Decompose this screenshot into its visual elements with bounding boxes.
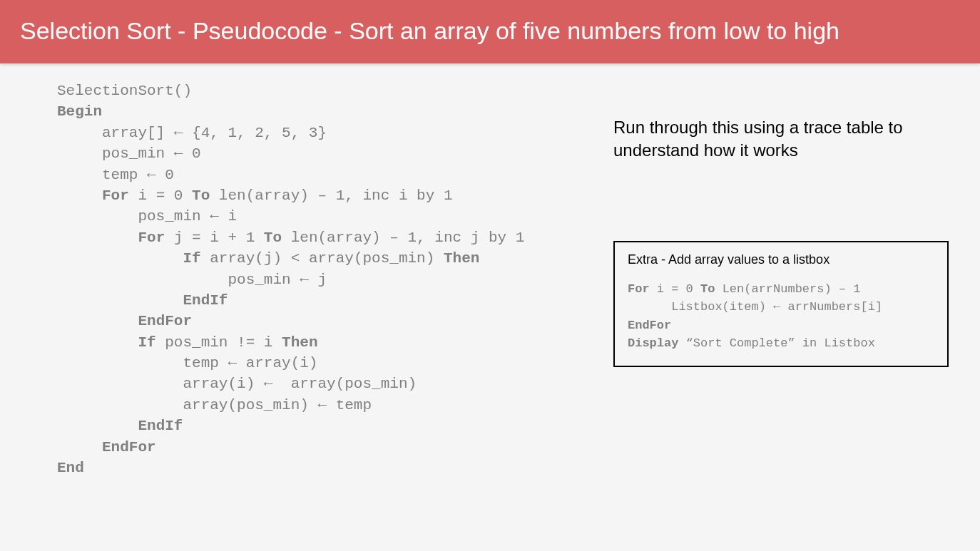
code-text: len(array) – 1, inc i by 1 xyxy=(210,187,452,204)
code-line: temp ← 0 xyxy=(57,167,174,183)
right-column: Run through this using a trace table to … xyxy=(613,81,956,478)
code-keyword: To xyxy=(264,230,282,246)
code-keyword: For xyxy=(628,282,650,296)
code-text: pos_min != i xyxy=(156,334,282,351)
code-keyword: Then xyxy=(444,250,479,267)
code-line: pos_min ← 0 xyxy=(57,145,201,162)
code-indent xyxy=(57,292,183,309)
code-indent xyxy=(57,250,183,267)
code-keyword: EndIf xyxy=(138,418,183,434)
code-text: i = 0 xyxy=(650,282,700,296)
code-line: array(pos_min) ← temp xyxy=(57,397,372,413)
code-keyword: To xyxy=(700,282,715,296)
pseudocode-block: SelectionSort() Begin array[] ← {4, 1, 2… xyxy=(57,81,613,478)
code-text: j = i + 1 xyxy=(165,230,264,246)
code-line: SelectionSort() xyxy=(57,83,192,99)
code-keyword: Begin xyxy=(57,103,102,120)
code-keyword: EndFor xyxy=(102,439,156,455)
code-line: pos_min ← j xyxy=(57,272,327,288)
code-indent xyxy=(57,230,138,246)
code-keyword: EndFor xyxy=(628,319,671,332)
code-line: array[] ← {4, 1, 2, 5, 3} xyxy=(57,125,327,141)
code-line: temp ← array(i) xyxy=(57,355,317,371)
code-keyword: If xyxy=(183,250,200,267)
code-keyword: To xyxy=(192,187,210,204)
code-keyword: Display xyxy=(628,336,678,350)
instruction-text: Run through this using a trace table to … xyxy=(613,116,956,163)
extra-title: Extra - Add array values to a listbox xyxy=(628,252,934,267)
code-line: Listbox(item) ← arrNumbers[i] xyxy=(628,300,882,314)
code-keyword: EndIf xyxy=(183,292,228,309)
code-keyword: Then xyxy=(282,334,317,351)
code-indent xyxy=(57,187,102,204)
code-keyword: If xyxy=(138,334,155,351)
code-keyword: For xyxy=(102,187,129,204)
extra-box: Extra - Add array values to a listbox Fo… xyxy=(613,241,949,367)
code-keyword: End xyxy=(57,460,84,476)
slide-title: Selection Sort - Pseudocode - Sort an ar… xyxy=(0,0,980,63)
code-indent xyxy=(57,334,138,351)
code-text: Len(arrNumbers) – 1 xyxy=(715,282,860,296)
code-line: array(i) ← array(pos_min) xyxy=(57,376,417,392)
extra-code: For i = 0 To Len(arrNumbers) – 1 Listbox… xyxy=(628,280,934,353)
code-indent xyxy=(57,439,102,455)
code-text: len(array) – 1, inc j by 1 xyxy=(282,230,524,246)
code-text: array(j) < array(pos_min) xyxy=(201,250,444,267)
code-indent xyxy=(57,313,138,329)
code-text: “Sort Complete” in Listbox xyxy=(678,336,874,350)
code-keyword: EndFor xyxy=(138,313,192,329)
code-line: pos_min ← i xyxy=(57,208,237,225)
code-text: i = 0 xyxy=(129,187,192,204)
code-indent xyxy=(57,418,138,434)
slide-content: SelectionSort() Begin array[] ← {4, 1, 2… xyxy=(0,63,980,478)
code-keyword: For xyxy=(138,230,165,246)
